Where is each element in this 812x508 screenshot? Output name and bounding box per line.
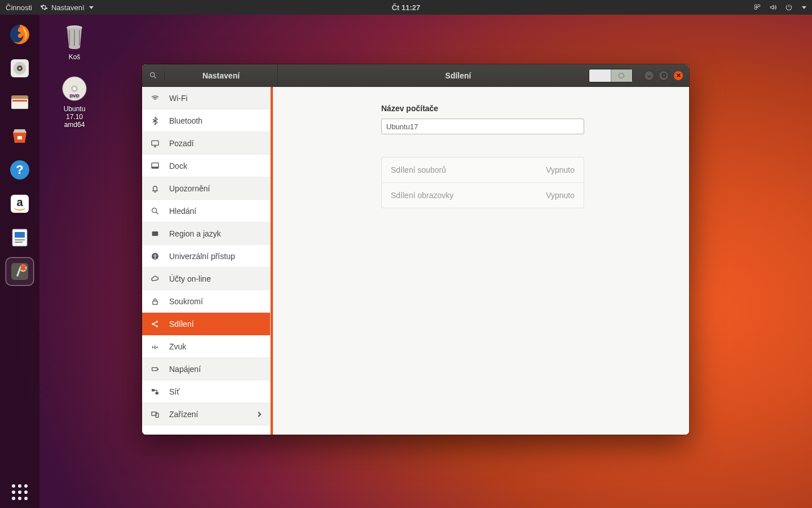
sidebar-item-devices[interactable]: Zařízení xyxy=(142,403,270,426)
svg-rect-32 xyxy=(152,231,158,236)
maximize-button[interactable] xyxy=(659,71,669,81)
sidebar-item-search[interactable]: Hledání xyxy=(142,200,270,222)
dvd-icon: DVD xyxy=(60,75,89,103)
hostname-label: Název počítače xyxy=(381,104,584,113)
sharing-row-label: Sdílení obrazovky xyxy=(391,191,453,200)
svg-rect-35 xyxy=(153,301,157,304)
dock-item-rhythmbox[interactable] xyxy=(6,54,34,82)
sidebar-item-label: Pozadí xyxy=(169,139,194,148)
bell-icon xyxy=(150,184,160,193)
dock-item-writer[interactable] xyxy=(6,224,34,252)
app-menu-label: Nastavení xyxy=(51,3,85,12)
volume-icon[interactable] xyxy=(769,3,777,11)
svg-rect-9 xyxy=(17,136,22,139)
sidebar-item-sharing[interactable]: Sdílení xyxy=(142,313,270,335)
svg-rect-17 xyxy=(15,242,23,243)
trash-icon xyxy=(60,23,89,51)
svg-text:a: a xyxy=(16,196,23,208)
sidebar-item-label: Soukromí xyxy=(169,297,203,306)
app-menu[interactable]: Nastavení xyxy=(40,3,94,12)
dock: ? a xyxy=(0,15,39,508)
desktop-dvd-label-2: 17.10 xyxy=(52,113,97,121)
svg-point-4 xyxy=(19,67,21,69)
desktop-trash[interactable]: Koš xyxy=(52,23,97,61)
display-icon xyxy=(150,139,160,148)
titlebar[interactable]: Nastavení Sdílení xyxy=(142,64,689,87)
sidebar-title: Nastavení xyxy=(165,71,277,80)
sharing-row-state: Vypnuto xyxy=(546,165,575,174)
wifi-icon xyxy=(150,94,160,103)
sidebar-item-background[interactable]: Pozadí xyxy=(142,132,270,155)
svg-text:?: ? xyxy=(16,163,23,177)
power-icon[interactable] xyxy=(785,3,793,11)
sidebar-item-network[interactable]: Síť xyxy=(142,380,270,403)
sidebar-item-bluetooth[interactable]: Bluetooth xyxy=(142,110,270,132)
sidebar-item-label: Napájení xyxy=(169,365,201,374)
sharing-row-files[interactable]: Sdílení souborů Vypnuto xyxy=(382,157,584,182)
sidebar-item-accessibility[interactable]: Univerzální přístup xyxy=(142,245,270,268)
svg-point-26 xyxy=(151,73,155,77)
top-panel: Činnosti Nastavení Čt 11:27 xyxy=(0,0,812,15)
svg-rect-8 xyxy=(12,102,27,108)
sidebar-item-dock[interactable]: Dock xyxy=(142,155,270,177)
sidebar-item-power[interactable]: Napájení xyxy=(142,358,270,380)
network-icon[interactable] xyxy=(753,3,761,11)
activities-button[interactable]: Činnosti xyxy=(6,3,32,12)
chevron-down-icon xyxy=(89,6,94,9)
dock-item-help[interactable]: ? xyxy=(6,156,34,184)
sharing-row-state: Vypnuto xyxy=(546,191,575,200)
sidebar-item-label: Region a jazyk xyxy=(169,229,221,238)
sidebar-item-label: Bluetooth xyxy=(169,116,202,125)
sidebar-item-online-accounts[interactable]: Účty on-line xyxy=(142,268,270,290)
sidebar-item-label: Zvuk xyxy=(169,342,186,351)
sidebar-item-sound[interactable]: Zvuk xyxy=(142,335,270,358)
sidebar-item-label: Hledání xyxy=(169,207,196,216)
panel-title: Sdílení xyxy=(445,71,471,80)
sharing-row-label: Sdílení souborů xyxy=(391,165,446,174)
network-icon xyxy=(150,387,160,396)
dock-item-files[interactable] xyxy=(6,88,34,116)
dock-item-firefox[interactable] xyxy=(6,20,34,49)
sharing-options: Sdílení souborů Vypnuto Sdílení obrazovk… xyxy=(381,157,584,208)
sidebar-item-label: Účty on-line xyxy=(169,274,211,283)
dock-item-software[interactable] xyxy=(6,122,34,150)
sidebar-item-label: Wi-Fi xyxy=(169,94,188,103)
battery-icon xyxy=(150,365,160,374)
sharing-panel: Název počítače Sdílení souborů Vypnuto S… xyxy=(273,87,689,435)
apps-grid-icon xyxy=(12,484,28,500)
settings-window: Nastavení Sdílení Wi-Fi Bluetooth xyxy=(142,64,689,435)
sharing-master-toggle[interactable] xyxy=(589,69,633,82)
share-icon xyxy=(150,319,160,329)
sidebar-item-label: Univerzální přístup xyxy=(169,252,235,261)
sidebar-item-label: Dock xyxy=(169,161,187,170)
sidebar-item-notifications[interactable]: Upozornění xyxy=(142,177,270,200)
search-button[interactable] xyxy=(142,71,165,80)
lock-icon xyxy=(150,297,160,306)
show-apps-button[interactable] xyxy=(0,484,39,500)
hostname-input[interactable] xyxy=(381,119,584,134)
svg-rect-28 xyxy=(152,141,158,145)
search-icon xyxy=(149,71,157,80)
sharing-row-screen[interactable]: Sdílení obrazovky Vypnuto xyxy=(382,182,584,208)
chevron-right-icon xyxy=(257,410,262,419)
desktop-dvd-label-1: Ubuntu xyxy=(52,105,97,113)
devices-icon xyxy=(150,410,160,419)
dock-item-settings[interactable] xyxy=(6,257,34,286)
svg-rect-30 xyxy=(152,167,158,168)
desktop-dvd[interactable]: DVD Ubuntu 17.10 amd64 xyxy=(52,75,97,129)
close-button[interactable] xyxy=(673,71,683,81)
sidebar-item-label: Zařízení xyxy=(169,410,198,419)
svg-rect-41 xyxy=(152,389,155,391)
svg-rect-27 xyxy=(662,74,665,77)
dock-item-amazon[interactable]: a xyxy=(6,190,34,218)
sidebar-item-wifi[interactable]: Wi-Fi xyxy=(142,87,270,110)
dock-icon xyxy=(150,161,160,170)
svg-rect-40 xyxy=(158,368,158,370)
minimize-button[interactable] xyxy=(644,71,654,81)
sound-icon xyxy=(150,342,160,351)
sidebar-item-region[interactable]: Region a jazyk xyxy=(142,222,270,245)
sidebar-item-privacy[interactable]: Soukromí xyxy=(142,290,270,313)
sidebar-item-label: Upozornění xyxy=(169,184,210,193)
desktop-trash-label: Koš xyxy=(52,53,97,61)
clock[interactable]: Čt 11:27 xyxy=(392,3,421,12)
